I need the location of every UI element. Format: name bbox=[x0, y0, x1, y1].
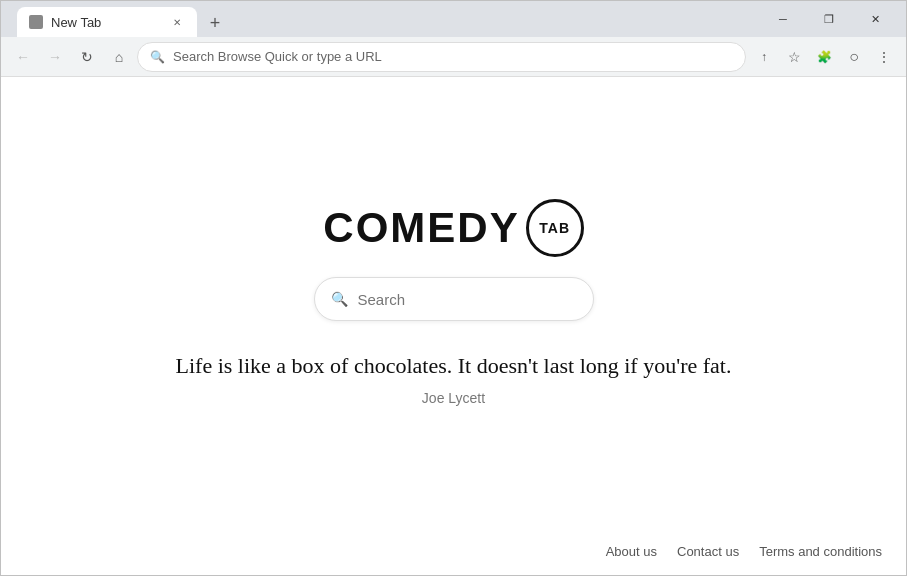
comedy-tab-search-bar[interactable]: 🔍 bbox=[314, 277, 594, 321]
forward-button[interactable]: → bbox=[41, 43, 69, 71]
footer-link-contact-us[interactable]: Contact us bbox=[677, 544, 739, 559]
toolbar-right-buttons: ↑ ☆ 🧩 ○ ⋮ bbox=[750, 43, 898, 71]
bookmark-icon: ☆ bbox=[788, 49, 801, 65]
browser-content: COMEDY TAB 🔍 Life is like a box of choco… bbox=[1, 77, 906, 575]
logo-text: COMEDY bbox=[323, 204, 519, 252]
bookmark-button[interactable]: ☆ bbox=[780, 43, 808, 71]
back-button[interactable]: ← bbox=[9, 43, 37, 71]
minimize-button[interactable]: ─ bbox=[760, 4, 806, 34]
window-controls: ─ ❐ ✕ bbox=[760, 4, 898, 34]
toolbar: ← → ↻ ⌂ 🔍 Search Browse Quick or type a … bbox=[1, 37, 906, 77]
home-button[interactable]: ⌂ bbox=[105, 43, 133, 71]
extensions-button[interactable]: 🧩 bbox=[810, 43, 838, 71]
tab-title: New Tab bbox=[51, 15, 161, 30]
extensions-icon: 🧩 bbox=[817, 50, 832, 64]
logo-tab-badge-text: TAB bbox=[539, 220, 570, 236]
reload-icon: ↻ bbox=[81, 49, 93, 65]
minimize-icon: ─ bbox=[779, 13, 787, 25]
search-icon: 🔍 bbox=[331, 291, 348, 307]
tab-favicon bbox=[29, 15, 43, 29]
footer-link-about-us[interactable]: About us bbox=[606, 544, 657, 559]
reload-button[interactable]: ↻ bbox=[73, 43, 101, 71]
close-button[interactable]: ✕ bbox=[852, 4, 898, 34]
tab-bar: New Tab ✕ + bbox=[9, 1, 760, 37]
page-main: COMEDY TAB 🔍 Life is like a box of choco… bbox=[1, 77, 906, 528]
close-icon: ✕ bbox=[871, 13, 880, 26]
address-bar-text: Search Browse Quick or type a URL bbox=[173, 49, 733, 64]
tab-close-button[interactable]: ✕ bbox=[169, 14, 185, 30]
restore-icon: ❐ bbox=[824, 13, 834, 26]
footer-link-terms-and-conditions[interactable]: Terms and conditions bbox=[759, 544, 882, 559]
home-icon: ⌂ bbox=[115, 49, 123, 65]
address-bar[interactable]: 🔍 Search Browse Quick or type a URL bbox=[137, 42, 746, 72]
forward-icon: → bbox=[48, 49, 62, 65]
search-input[interactable] bbox=[358, 291, 577, 308]
quote-text: Life is like a box of chocolates. It doe… bbox=[176, 351, 732, 382]
title-bar: New Tab ✕ + ─ ❐ ✕ bbox=[1, 1, 906, 37]
quote-section: Life is like a box of chocolates. It doe… bbox=[176, 351, 732, 406]
logo-area: COMEDY TAB bbox=[323, 199, 583, 257]
page-footer: About us Contact us Terms and conditions bbox=[1, 528, 906, 575]
menu-icon: ⋮ bbox=[877, 49, 891, 65]
quote-author: Joe Lycett bbox=[176, 390, 732, 406]
back-icon: ← bbox=[16, 49, 30, 65]
share-icon: ↑ bbox=[761, 50, 767, 64]
share-button[interactable]: ↑ bbox=[750, 43, 778, 71]
chrome-window: New Tab ✕ + ─ ❐ ✕ ← → ↻ bbox=[0, 0, 907, 576]
restore-button[interactable]: ❐ bbox=[806, 4, 852, 34]
logo-tab-badge: TAB bbox=[526, 199, 584, 257]
new-tab-button[interactable]: + bbox=[201, 9, 229, 37]
profile-icon: ○ bbox=[849, 48, 859, 66]
menu-button[interactable]: ⋮ bbox=[870, 43, 898, 71]
tab-new-tab[interactable]: New Tab ✕ bbox=[17, 7, 197, 37]
profile-button[interactable]: ○ bbox=[840, 43, 868, 71]
address-search-icon: 🔍 bbox=[150, 50, 165, 64]
